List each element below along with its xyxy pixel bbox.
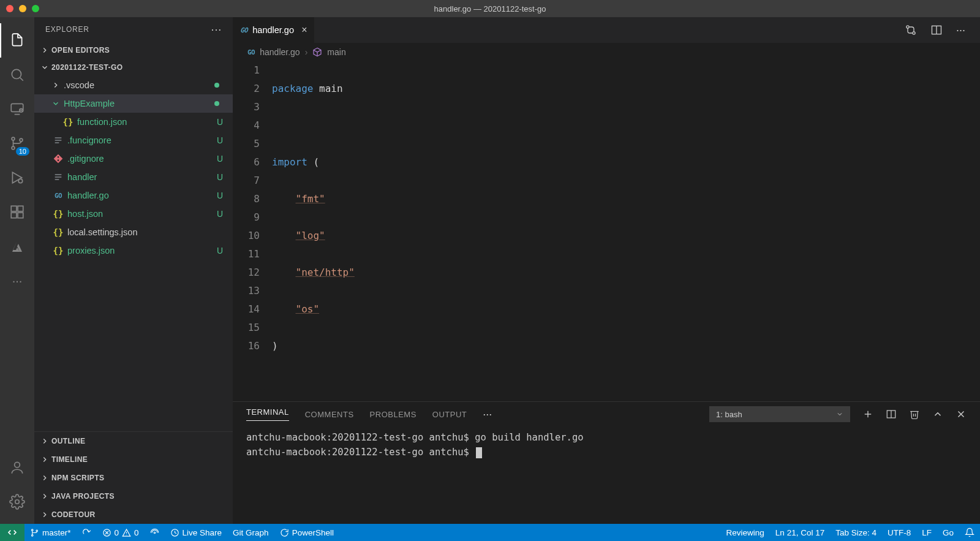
tree-file-proxiesjson[interactable]: {} proxies.json U — [34, 241, 233, 260]
svg-rect-13 — [18, 213, 23, 218]
tree-item-label: .funcignore — [67, 135, 111, 145]
titlebar: handler.go — 20201122-test-go — [0, 0, 980, 17]
activity-remote-explorer[interactable] — [0, 92, 34, 126]
gitgraph-status[interactable]: Git Graph — [227, 524, 274, 541]
explorer-sidebar: EXPLORER ··· OPEN EDITORS 20201122-TEST-… — [34, 17, 233, 524]
svg-rect-12 — [11, 213, 17, 218]
json-icon: {} — [61, 117, 75, 127]
java-section[interactable]: JAVA PROJECTS — [34, 487, 233, 505]
split-editor-button[interactable] — [930, 24, 943, 36]
tree-folder-vscode[interactable]: .vscode — [34, 76, 233, 94]
panel-tab-terminal[interactable]: TERMINAL — [246, 407, 289, 421]
trash-icon — [909, 409, 920, 420]
activity-account[interactable] — [0, 450, 34, 485]
tree-file-functionjson[interactable]: {} function.json U — [34, 113, 233, 131]
warning-icon — [122, 528, 131, 537]
warning-count: 0 — [134, 528, 139, 537]
problems-status[interactable]: 0 0 — [97, 524, 145, 541]
terminal-line: antchu-macbook:20201122-test-go antchu$ — [246, 447, 475, 458]
breadcrumbs[interactable]: GO handler.go › main — [233, 43, 980, 61]
terminal[interactable]: antchu-macbook:20201122-test-go antchu$ … — [233, 426, 980, 524]
window-minimize-button[interactable] — [19, 5, 26, 12]
tree-item-label: handler — [67, 172, 97, 182]
liveshare-status[interactable]: Live Share — [165, 524, 228, 541]
chevron-down-icon — [40, 63, 49, 72]
remote-indicator[interactable] — [0, 524, 24, 541]
cursor-position-status[interactable]: Ln 21, Col 17 — [770, 524, 830, 541]
activity-settings[interactable] — [0, 485, 34, 519]
maximize-panel-button[interactable] — [932, 409, 943, 420]
panel-tab-problems[interactable]: PROBLEMS — [370, 410, 417, 419]
svg-point-15 — [15, 462, 20, 467]
activity-scm[interactable]: 10 — [0, 126, 34, 161]
feedback-button[interactable] — [959, 524, 980, 541]
tab-handlergo[interactable]: GO handler.go × — [233, 17, 315, 43]
debug-status[interactable] — [145, 524, 165, 541]
run-debug-icon — [9, 170, 25, 186]
window-zoom-button[interactable] — [32, 5, 39, 12]
encoding-status[interactable]: UTF-8 — [882, 524, 916, 541]
code-content[interactable]: package main import ( "fmt" "log" "net/h… — [272, 61, 980, 401]
activity-extensions[interactable] — [0, 195, 34, 229]
json-icon: {} — [51, 227, 65, 237]
liveshare-icon — [170, 528, 179, 537]
new-terminal-button[interactable] — [862, 409, 873, 420]
tree-file-hostjson[interactable]: {} host.json U — [34, 205, 233, 223]
tree-file-funcignore[interactable]: .funcignore U — [34, 131, 233, 149]
language-status[interactable]: Go — [937, 524, 959, 541]
activity-debug[interactable] — [0, 161, 34, 195]
plus-icon — [862, 409, 873, 420]
tabsize-status[interactable]: Tab Size: 4 — [830, 524, 882, 541]
codetour-section[interactable]: CODETOUR — [34, 505, 233, 524]
terminal-selector[interactable]: 1: bash — [709, 406, 850, 422]
tree-file-handlergo[interactable]: GO handler.go U — [34, 186, 233, 205]
activity-search[interactable] — [0, 58, 34, 92]
split-terminal-button[interactable] — [886, 409, 897, 420]
activity-more[interactable]: ··· — [0, 263, 34, 298]
panel-more-button[interactable]: ··· — [483, 408, 492, 421]
error-count: 0 — [115, 528, 119, 537]
compare-changes-button[interactable] — [905, 24, 917, 36]
chevron-down-icon — [836, 410, 843, 418]
folder-section[interactable]: 20201122-TEST-GO — [34, 59, 233, 76]
close-panel-button[interactable] — [956, 409, 967, 420]
chevron-right-icon — [40, 474, 49, 482]
chevron-down-icon — [51, 99, 60, 108]
breadcrumb-file[interactable]: handler.go — [260, 47, 300, 57]
reviewing-status[interactable]: Reviewing — [721, 524, 770, 541]
timeline-section[interactable]: TIMELINE — [34, 450, 233, 469]
terminal-line: antchu-macbook:20201122-test-go antchu$ … — [246, 432, 584, 443]
editor-more-button[interactable]: ··· — [956, 24, 965, 37]
line-gutter: 1 2 3 4 5 6 7 8 9 10 11 12 13 14 15 16 — [233, 61, 272, 401]
git-modified-dot — [214, 101, 219, 106]
activity-explorer[interactable] — [0, 23, 34, 58]
close-icon[interactable]: × — [301, 25, 307, 36]
npm-section[interactable]: NPM SCRIPTS — [34, 469, 233, 487]
git-icon — [51, 154, 65, 164]
svg-point-16 — [15, 500, 20, 504]
code-editor[interactable]: 1 2 3 4 5 6 7 8 9 10 11 12 13 14 15 16 p… — [233, 61, 980, 401]
svg-point-41 — [154, 532, 156, 534]
window-close-button[interactable] — [6, 5, 13, 12]
sync-button[interactable] — [77, 524, 97, 541]
activity-azure[interactable] — [0, 229, 34, 263]
open-editors-section[interactable]: OPEN EDITORS — [34, 42, 233, 59]
eol-status[interactable]: LF — [916, 524, 937, 541]
powershell-label: PowerShell — [292, 528, 334, 537]
tree-item-label: proxies.json — [67, 246, 115, 255]
tree-file-handler[interactable]: handler U — [34, 168, 233, 186]
panel-tab-output[interactable]: OUTPUT — [432, 410, 467, 419]
tree-file-localsettings[interactable]: {} local.settings.json — [34, 223, 233, 241]
chevron-right-icon — [40, 46, 49, 55]
outline-section[interactable]: OUTLINE — [34, 432, 233, 450]
git-branch-status[interactable]: master* — [24, 524, 77, 541]
breadcrumb-symbol[interactable]: main — [327, 47, 345, 57]
sidebar-more-button[interactable]: ··· — [211, 23, 222, 36]
files-icon — [9, 32, 25, 48]
panel-tab-comments[interactable]: COMMENTS — [305, 410, 354, 419]
tree-file-gitignore[interactable]: .gitignore U — [34, 149, 233, 168]
kill-terminal-button[interactable] — [909, 409, 920, 420]
codetour-label: CODETOUR — [51, 510, 96, 519]
powershell-status[interactable]: PowerShell — [274, 524, 339, 541]
tree-folder-httpexample[interactable]: HttpExample — [34, 94, 233, 113]
